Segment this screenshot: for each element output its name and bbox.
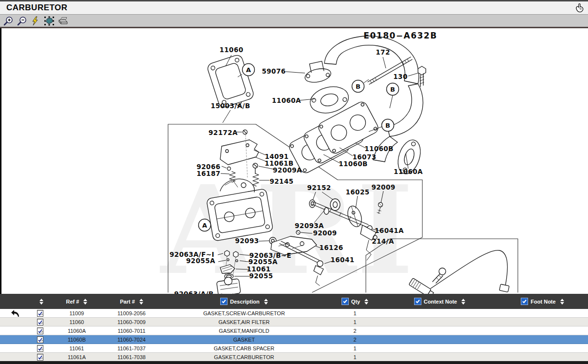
hotspot-select-button[interactable] — [43, 16, 55, 26]
part-callout[interactable]: 92009A — [273, 166, 302, 174]
page-title: CARBURETOR — [0, 3, 68, 13]
part-callout[interactable]: 16041A — [375, 227, 404, 234]
description-cell: GASKET,CARBURETOR — [161, 353, 327, 361]
foot-note-cell — [497, 344, 588, 352]
column-header-context[interactable]: Context Note — [382, 294, 497, 309]
part-callout[interactable]: 16025 — [346, 188, 370, 196]
part-callout[interactable]: 59076 — [262, 67, 286, 75]
part-callout[interactable]: 11060B — [364, 145, 394, 153]
column-checkbox-foot[interactable] — [521, 298, 528, 305]
part-callout[interactable]: 11060A — [394, 168, 423, 175]
part-callout[interactable]: 11060 — [220, 46, 244, 54]
part-callout[interactable]: 92093A — [295, 222, 324, 230]
description-cell: GASKET,MANIFOLD — [161, 326, 327, 335]
print-button[interactable] — [57, 16, 69, 26]
table-row[interactable]: 11060B11060-7024GASKET2 — [0, 335, 588, 344]
context-note-cell — [382, 353, 497, 361]
column-header-qty[interactable]: Qty — [327, 294, 382, 309]
part-cell: 11009-2056 — [102, 309, 161, 317]
column-header-select[interactable] — [29, 294, 51, 309]
table-row[interactable]: 1106011060-7009GASKET,AIR FILTER1 — [0, 318, 588, 326]
part-callout[interactable]: 16126 — [320, 244, 343, 251]
nav-cell — [0, 335, 29, 344]
svg-text:A: A — [246, 66, 251, 74]
svg-text:A: A — [202, 222, 207, 229]
ref-cell: 11060A — [51, 326, 102, 335]
table-row[interactable]: 11060A11060-7011GASKET,MANIFOLD2 — [0, 326, 588, 335]
qty-cell: 1 — [327, 309, 382, 317]
sort-arrows-icon[interactable] — [83, 299, 87, 305]
part-callout[interactable]: 92009 — [313, 229, 337, 237]
part-callout[interactable]: 92009 — [372, 183, 396, 191]
column-header-nav — [0, 294, 29, 309]
part-callout[interactable]: 92145 — [270, 177, 294, 185]
part-callout[interactable]: 214/A — [372, 237, 394, 245]
part-callout[interactable]: 172 — [376, 48, 390, 56]
column-header-part[interactable]: Part # — [102, 294, 161, 309]
part-callout[interactable]: 11060B — [339, 160, 368, 168]
description-cell: GASKET,CARB SPACER — [161, 344, 327, 352]
column-header-foot[interactable]: Foot Note — [497, 294, 588, 309]
hand-pointer-icon[interactable] — [574, 2, 585, 13]
part-callout[interactable]: 92063/A/B — [174, 290, 213, 294]
row-notes-icon[interactable] — [29, 326, 51, 335]
back-arrow-icon[interactable] — [0, 309, 29, 317]
part-callout[interactable]: 92152 — [307, 184, 331, 192]
table-row[interactable]: 11061A11061-7038GASKET,CARBURETOR1 — [0, 353, 588, 362]
column-checkbox-qty[interactable] — [341, 298, 349, 305]
part-callout[interactable]: 92172A — [209, 129, 238, 136]
row-notes-icon[interactable] — [29, 309, 51, 317]
sort-arrows-icon[interactable] — [264, 299, 268, 305]
table-header: Ref #Part #DescriptionQtyContext NoteFoo… — [0, 294, 588, 309]
qty-cell: 1 — [327, 318, 382, 326]
foot-note-cell — [497, 335, 588, 344]
row-notes-icon[interactable] — [29, 353, 51, 361]
zoom-in-button[interactable] — [2, 16, 14, 26]
bottom-bar — [0, 361, 588, 364]
part-callout[interactable]: 16187 — [197, 170, 221, 177]
nav-cell — [0, 344, 29, 352]
balloon-marker: B — [352, 80, 364, 93]
flash-hotspots-button[interactable] — [30, 16, 41, 26]
column-checkbox-desc[interactable] — [220, 298, 228, 305]
sort-arrows-icon[interactable] — [39, 299, 43, 305]
zoom-out-button[interactable] — [16, 16, 28, 26]
part-cell: 11061-7037 — [102, 344, 161, 352]
part-callout[interactable]: 16041 — [331, 256, 355, 264]
diagram-canvas[interactable]: ARI — [0, 28, 588, 294]
qty-cell: 2 — [327, 335, 382, 344]
qty-cell: 2 — [327, 326, 382, 335]
title-bar: CARBURETOR — [0, 0, 588, 15]
column-label: Ref # — [66, 299, 79, 305]
part-callout[interactable]: 11060A — [272, 96, 301, 104]
row-notes-icon[interactable] — [29, 335, 51, 344]
column-checkbox-context[interactable] — [414, 298, 421, 305]
part-callout[interactable]: 92055A — [186, 257, 215, 265]
sort-arrows-icon[interactable] — [364, 299, 368, 305]
diagram-code-label: E0180−A632B — [363, 31, 437, 40]
part-cell: 11061-7038 — [102, 353, 161, 361]
column-header-ref[interactable]: Ref # — [51, 294, 102, 309]
part-cell: 11060-7009 — [102, 318, 161, 326]
description-cell: GASKET,AIR FILTER — [161, 318, 327, 326]
part-callout[interactable]: 92055 — [249, 272, 273, 280]
column-header-desc[interactable]: Description — [161, 294, 327, 309]
part-callout[interactable]: 15003/A/B — [210, 102, 250, 110]
ref-cell: 11061 — [51, 344, 102, 352]
part-callout[interactable]: 92093 — [235, 237, 259, 245]
part-callout[interactable]: 92055A — [248, 258, 278, 266]
sort-arrows-icon[interactable] — [461, 299, 465, 305]
part-callout[interactable]: 130 — [393, 73, 407, 80]
row-notes-icon[interactable] — [29, 344, 51, 352]
balloon-marker: A — [199, 219, 211, 231]
table-row[interactable]: 1100911009-2056GASKET,SCREW-CARBURETOR1 — [0, 309, 588, 318]
nav-cell — [0, 326, 29, 335]
sort-arrows-icon[interactable] — [560, 299, 564, 305]
sort-arrows-icon[interactable] — [139, 299, 143, 305]
row-notes-icon[interactable] — [29, 318, 51, 326]
context-note-cell — [382, 318, 497, 326]
context-note-cell — [382, 335, 497, 344]
description-cell: GASKET — [161, 335, 327, 344]
column-label: Context Note — [424, 299, 457, 305]
table-row[interactable]: 1106111061-7037GASKET,CARB SPACER1 — [0, 344, 588, 353]
